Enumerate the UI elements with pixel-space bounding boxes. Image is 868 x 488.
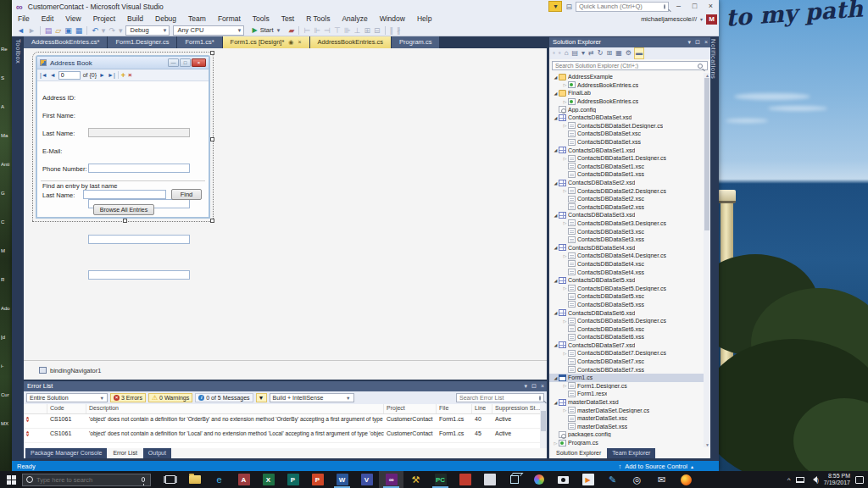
- network-icon[interactable]: [796, 477, 804, 483]
- panel-tab-error-list[interactable]: Error List: [108, 448, 142, 458]
- line-column-header[interactable]: Line: [472, 404, 492, 413]
- tree-item[interactable]: App.config: [549, 105, 704, 114]
- tree-item[interactable]: ▷AddressBookEntries.cs: [549, 97, 704, 106]
- menu-help[interactable]: Help: [411, 14, 437, 25]
- suppression-column-header[interactable]: Suppression St... ▼: [492, 404, 540, 413]
- tree-expander-icon[interactable]: ▷: [562, 286, 568, 291]
- tree-expander-icon[interactable]: ◢: [553, 147, 559, 152]
- panel-tab-output[interactable]: Output: [143, 448, 171, 458]
- feedback-filter-icon[interactable]: ▼: [548, 1, 562, 12]
- volume-icon[interactable]: ): [810, 476, 819, 483]
- open-file-icon[interactable]: ▱: [53, 25, 63, 36]
- task-view-icon[interactable]: [158, 471, 182, 488]
- pin-icon[interactable]: ⊡: [531, 381, 537, 391]
- quick-launch-box[interactable]: [576, 2, 669, 12]
- designed-form[interactable]: Address Book — □ × |◄ ◄ of {0} ► ►| +: [36, 55, 210, 219]
- maximize-button[interactable]: □: [688, 1, 701, 12]
- move-last-icon[interactable]: ►|: [108, 72, 115, 78]
- notes-icon[interactable]: [477, 471, 502, 488]
- tree-item[interactable]: ◢masterDataSet.xsd: [549, 398, 704, 407]
- tree-expander-icon[interactable]: ◢: [553, 342, 559, 347]
- tree-item[interactable]: ▷ContactsDBDataSet1.Designer.cs: [549, 154, 704, 163]
- tree-expander-icon[interactable]: ▷: [562, 188, 568, 193]
- tree-item[interactable]: ◢FinalLab: [549, 89, 704, 97]
- debug-target-combo[interactable]: Debug▼: [125, 25, 170, 36]
- menu-project[interactable]: Project: [87, 14, 121, 25]
- move-previous-icon[interactable]: ◄: [50, 72, 56, 78]
- tree-item[interactable]: ContactsDBDataSet7.xsc: [549, 358, 704, 366]
- tree-item[interactable]: ▷ContactsDBDataSet4.Designer.cs: [549, 252, 704, 260]
- tree-item[interactable]: ▷ContactsDBDataSet2.Designer.cs: [549, 186, 704, 195]
- dev-tools-icon[interactable]: ⚒: [403, 471, 428, 488]
- component-name[interactable]: bindingNavigator1: [50, 367, 101, 374]
- tree-item[interactable]: ▷Form1.Designer.cs: [549, 382, 704, 391]
- collapse-all-icon[interactable]: ▤: [571, 48, 580, 58]
- clock[interactable]: 8:55 PM 7/19/2017: [824, 473, 850, 486]
- tree-item[interactable]: ContactsDBDataSet.xsc: [549, 130, 704, 138]
- tree-item[interactable]: ◢ContactsDBDataSet2.xsd: [549, 179, 704, 187]
- add-to-source-control[interactable]: ↑ Add to Source Control ▴: [618, 463, 719, 470]
- align-bottoms-icon[interactable]: ⊥: [353, 25, 363, 36]
- severity-column-header[interactable]: [24, 404, 47, 413]
- menu-format[interactable]: Format: [212, 14, 247, 25]
- toolbox-tab[interactable]: Toolbox: [14, 39, 22, 64]
- tree-item[interactable]: masterDataSet.xss: [549, 423, 704, 431]
- user-dropdown-icon[interactable]: ▾: [700, 16, 703, 22]
- tree-item[interactable]: ▷ContactsDBDataSet3.Designer.cs: [549, 219, 704, 228]
- tree-item[interactable]: ◢AddressExample: [549, 73, 704, 81]
- firefox-icon[interactable]: [674, 471, 698, 488]
- signed-in-user[interactable]: michaeljamescole///: [641, 15, 697, 23]
- tree-item[interactable]: ▷ContactsDBDataSet5.Designer.cs: [549, 284, 704, 292]
- horiz-spacing-icon[interactable]: ∥: [388, 25, 396, 36]
- microphone-icon[interactable]: [142, 477, 145, 482]
- align-rights-icon[interactable]: ⊣: [322, 25, 332, 36]
- start-debug-button[interactable]: ▶ Start ▼: [248, 25, 284, 36]
- panel-tab-package-manager-console[interactable]: Package Manager Console: [25, 448, 107, 458]
- solution-search-box[interactable]: [552, 61, 708, 70]
- tree-item[interactable]: ◢ContactsDBDataSet5.xsd: [549, 276, 704, 285]
- home-icon[interactable]: ⌂: [564, 48, 570, 58]
- pin-icon[interactable]: ◉: [288, 39, 293, 45]
- tree-item[interactable]: ContactsDBDataSet2.xsc: [549, 195, 704, 203]
- menu-file[interactable]: File: [12, 14, 36, 25]
- tree-item[interactable]: ContactsDBDataSet6.xss: [549, 333, 704, 341]
- nav-forward-icon[interactable]: ►: [26, 25, 37, 36]
- tree-expander-icon[interactable]: ▷: [562, 99, 568, 104]
- close-button[interactable]: ×: [704, 1, 717, 12]
- tree-item[interactable]: ▷AddressBookEntries.cs: [549, 81, 704, 90]
- access-icon[interactable]: A: [231, 471, 256, 488]
- close-panel-icon[interactable]: ×: [541, 381, 544, 391]
- tree-expander-icon[interactable]: ◢: [553, 245, 559, 250]
- new-project-icon[interactable]: ▤: [43, 25, 54, 36]
- scope-dropdown-icon[interactable]: ▾: [581, 48, 586, 58]
- code-column-header[interactable]: Code: [47, 404, 86, 413]
- nav-back-icon[interactable]: ◄: [15, 25, 26, 36]
- panel-tab-solution-explorer[interactable]: Solution Explorer: [551, 448, 606, 458]
- video-icon[interactable]: ▶: [576, 471, 600, 488]
- 3d-builder-icon[interactable]: [502, 471, 526, 488]
- menu-window[interactable]: Window: [374, 14, 411, 25]
- source-filter-combo[interactable]: Build + IntelliSense▼: [270, 393, 354, 402]
- warnings-filter-button[interactable]: ⚠ 0 Warnings: [148, 393, 192, 402]
- tree-item[interactable]: ◢ContactsDBDataSet6.xsd: [549, 308, 704, 317]
- visual-studio-icon[interactable]: ∞: [379, 471, 403, 488]
- platform-combo[interactable]: Any CPU▼: [173, 25, 244, 36]
- save-icon[interactable]: ▣: [63, 25, 74, 36]
- tree-expander-icon[interactable]: ▷: [562, 253, 568, 258]
- send-feedback-icon[interactable]: ⊟: [565, 3, 572, 11]
- browse-all-entries-button[interactable]: Browse All Entries: [93, 204, 154, 215]
- tree-expander-icon[interactable]: ◢: [553, 75, 559, 80]
- tree-item[interactable]: ▷ContactsDBDataSet6.Designer.cs: [549, 317, 704, 325]
- tree-expander-icon[interactable]: ▷: [562, 408, 568, 413]
- move-next-icon[interactable]: ►: [99, 72, 105, 78]
- error-row[interactable]: ×CS1061'object' does not contain a defin…: [24, 429, 540, 443]
- menu-test[interactable]: Test: [275, 14, 301, 25]
- word-icon[interactable]: W: [330, 471, 354, 488]
- resize-handle[interactable]: [210, 137, 214, 141]
- position-box[interactable]: [58, 71, 81, 80]
- file-explorer-icon[interactable]: [182, 471, 207, 488]
- tree-item[interactable]: ◢ContactsDBDataSet1.xsd: [549, 146, 704, 154]
- save-all-icon[interactable]: ▦: [74, 25, 85, 36]
- tree-item[interactable]: ◢ContactsDBDataSet3.xsd: [549, 211, 704, 219]
- undo-dropdown-icon[interactable]: ▾: [100, 25, 108, 36]
